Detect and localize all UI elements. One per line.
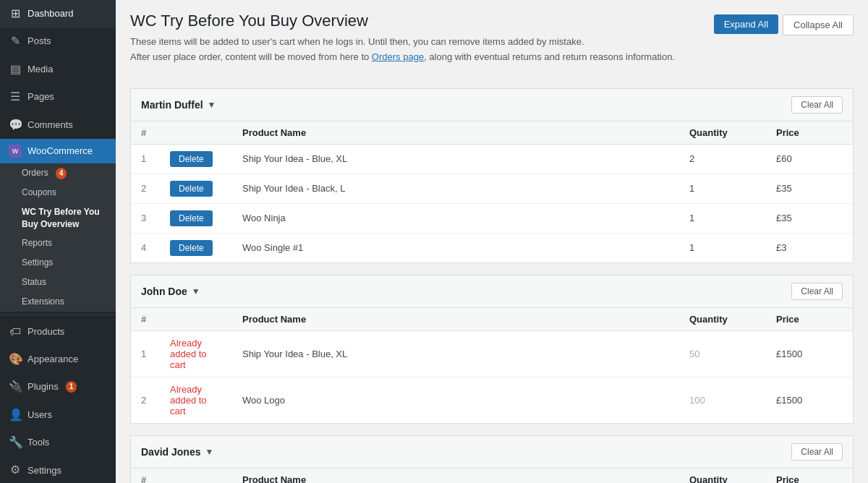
user-section-header-martin: Martin Duffel ▼Clear All — [131, 89, 853, 121]
settings-label: Settings — [22, 257, 53, 269]
table-row: 2 Already added to cart Woo Logo 100 £15… — [131, 377, 853, 423]
chevron-down-icon[interactable]: ▼ — [192, 286, 200, 296]
sidebar-item-woocommerce[interactable]: W WooCommerce — [0, 139, 116, 163]
row-qty: 2 — [679, 144, 766, 174]
table-row: 4 Delete Woo Single #1 1 £3 — [131, 233, 853, 262]
sidebar-sub-status[interactable]: Status — [0, 273, 116, 292]
chevron-down-icon[interactable]: ▼ — [208, 100, 216, 110]
extensions-label: Extensions — [22, 296, 64, 308]
media-icon: ▤ — [9, 61, 22, 77]
user-sections-container: Martin Duffel ▼Clear All # Product Name … — [130, 88, 854, 483]
row-num: 1 — [131, 330, 160, 377]
row-action: Delete — [160, 233, 232, 262]
user-section-header-john: John Doe ▼Clear All — [131, 275, 853, 308]
desc-line2-post: , along with eventual returns and return… — [424, 51, 675, 62]
page-description: These items will be added to user's cart… — [130, 35, 714, 65]
sidebar-item-appearance[interactable]: 🎨 Appearance — [0, 346, 116, 373]
user-name-david: David Jones ▼ — [141, 446, 213, 458]
plugins-icon: 🔌 — [9, 379, 22, 395]
delete-button[interactable]: Delete — [170, 240, 213, 256]
delete-button[interactable]: Delete — [170, 181, 213, 197]
sidebar-divider — [0, 315, 116, 315]
row-product: Ship Your Idea - Blue, XL — [232, 144, 679, 174]
header-actions: Expand All Collapse All — [714, 12, 854, 35]
products-icon: 🏷 — [9, 324, 22, 340]
settings-icon: ⚙ — [9, 462, 22, 478]
collapse-all-button[interactable]: Collapse All — [783, 14, 854, 35]
delete-button[interactable]: Delete — [170, 151, 213, 167]
clear-all-button-john[interactable]: Clear All — [791, 283, 843, 300]
col-product: Product Name — [232, 308, 679, 331]
desc-line2-pre: After user place order, content will be … — [130, 51, 372, 62]
dashboard-icon: ⊞ — [9, 6, 22, 22]
comments-icon: 💬 — [9, 117, 22, 133]
user-table-david: # Product Name Quantity Price 1 Delete W… — [131, 469, 853, 483]
users-icon: 👤 — [9, 407, 22, 423]
clear-all-button-david[interactable]: Clear All — [791, 443, 843, 461]
sidebar-sub-orders[interactable]: Orders 4 — [0, 163, 116, 183]
sidebar-sub-settings[interactable]: Settings — [0, 253, 116, 273]
orders-page-link[interactable]: Orders page — [372, 51, 424, 62]
sidebar-item-posts[interactable]: ✎ Posts — [0, 27, 116, 55]
already-added-label: Already added to cart — [170, 338, 207, 370]
sidebar-sub-coupons[interactable]: Coupons — [0, 183, 116, 202]
chevron-down-icon[interactable]: ▼ — [205, 447, 213, 457]
row-price: £3 — [766, 233, 853, 262]
settings-label: Settings — [27, 464, 61, 477]
col-num: # — [131, 121, 160, 145]
woocommerce-label: WooCommerce — [27, 145, 93, 158]
user-name-john: John Doe ▼ — [141, 286, 200, 297]
plugins-label: Plugins — [27, 380, 59, 393]
sidebar-item-tools[interactable]: 🔧 Tools — [0, 429, 116, 456]
pages-label: Pages — [27, 90, 54, 103]
col-qty: Quantity — [679, 308, 766, 331]
woo-icon: W — [9, 145, 22, 158]
sidebar-sub-extensions[interactable]: Extensions — [0, 292, 116, 312]
col-num: # — [131, 308, 160, 331]
sidebar-item-users[interactable]: 👤 Users — [0, 401, 116, 429]
col-product: Product Name — [232, 121, 679, 145]
expand-all-button[interactable]: Expand All — [714, 14, 778, 34]
tools-icon: 🔧 — [9, 435, 22, 450]
col-action — [160, 308, 232, 331]
sidebar-item-plugins[interactable]: 🔌 Plugins 1 — [0, 373, 116, 401]
row-product: Ship Your Idea - Black, L — [232, 174, 679, 203]
delete-button[interactable]: Delete — [170, 210, 213, 226]
row-product: Woo Logo — [232, 377, 679, 423]
row-num: 4 — [131, 233, 160, 262]
media-label: Media — [27, 63, 53, 76]
col-num: # — [131, 469, 160, 483]
row-qty: 100 — [679, 377, 766, 423]
page-title: WC Try Before You Buy Overview — [130, 12, 714, 30]
row-num: 1 — [131, 144, 160, 174]
sidebar-item-comments[interactable]: 💬 Comments — [0, 111, 116, 139]
user-name-text: Martin Duffel — [141, 99, 203, 111]
sidebar-item-media[interactable]: ▤ Media — [0, 56, 116, 83]
plugins-badge: 1 — [66, 381, 77, 393]
sidebar-sub-reports[interactable]: Reports — [0, 234, 116, 253]
col-qty: Quantity — [679, 469, 766, 483]
sidebar-item-pages[interactable]: ☰ Pages — [0, 83, 116, 111]
clear-all-button-martin[interactable]: Clear All — [791, 96, 843, 114]
row-action: Already added to cart — [160, 330, 232, 377]
row-action: Delete — [160, 144, 232, 174]
user-section-header-david: David Jones ▼Clear All — [131, 436, 853, 469]
orders-label: Orders — [22, 167, 48, 179]
already-added-label: Already added to cart — [170, 384, 207, 416]
sidebar-sub-wc-overview[interactable]: WC Try Before You Buy Overview — [0, 202, 116, 234]
sidebar-item-settings[interactable]: ⚙ Settings — [0, 456, 116, 483]
wc-overview-label: WC Try Before You Buy Overview — [22, 206, 107, 231]
posts-icon: ✎ — [9, 33, 22, 49]
sidebar-item-products[interactable]: 🏷 Products — [0, 318, 116, 346]
comments-label: Comments — [27, 119, 73, 132]
sidebar-dashboard[interactable]: ⊞ Dashboard — [0, 0, 116, 27]
row-qty: 1 — [679, 174, 766, 203]
row-price: £60 — [766, 144, 853, 174]
tools-label: Tools — [27, 436, 49, 449]
user-name-martin: Martin Duffel ▼ — [141, 99, 216, 111]
col-action — [160, 469, 232, 483]
user-name-text: John Doe — [141, 286, 187, 297]
col-price: Price — [766, 469, 853, 483]
row-num: 2 — [131, 174, 160, 203]
header-text: WC Try Before You Buy Overview These ite… — [130, 12, 714, 77]
